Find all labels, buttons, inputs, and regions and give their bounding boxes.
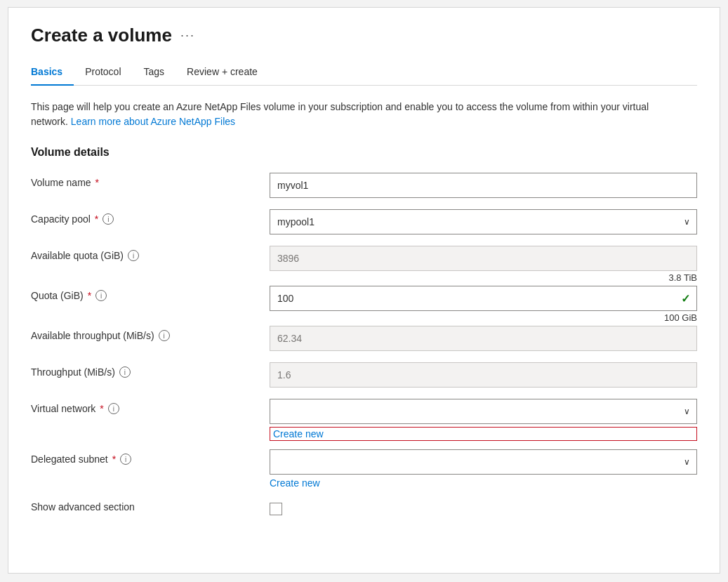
available-quota-input — [270, 246, 697, 271]
available-quota-label: Available quota (GiB) i — [31, 243, 270, 261]
delegated-subnet-select[interactable] — [270, 449, 697, 475]
throughput-input — [270, 362, 697, 388]
virtual-network-create-new-link[interactable]: Create new — [270, 427, 697, 441]
available-quota-row: Available quota (GiB) i 3.8 TiB — [31, 243, 697, 283]
throughput-info-icon[interactable]: i — [119, 366, 131, 378]
virtual-network-control: ∨ Create new — [270, 396, 697, 441]
throughput-label: Throughput (MiB/s) i — [31, 359, 270, 378]
available-throughput-row: Available throughput (MiB/s) i — [31, 323, 697, 359]
virtual-network-row: Virtual network * i ∨ Create new — [31, 396, 697, 441]
quota-input[interactable] — [270, 286, 697, 311]
description-text: This page will help you create an Azure … — [31, 100, 663, 129]
quota-input-wrapper: ✓ — [270, 286, 697, 311]
capacity-pool-control: mypool1 ∨ — [270, 206, 697, 234]
capacity-pool-info-icon[interactable]: i — [102, 213, 114, 225]
volume-name-row: Volume name * — [31, 170, 697, 206]
virtual-network-select-wrapper: ∨ — [270, 399, 697, 424]
section-title: Volume details — [31, 146, 697, 159]
show-advanced-checkbox[interactable] — [270, 503, 282, 515]
capacity-pool-select-wrapper: mypool1 ∨ — [270, 209, 697, 234]
available-quota-hint: 3.8 TiB — [270, 272, 697, 283]
tab-tags[interactable]: Tags — [133, 60, 176, 86]
show-advanced-label: Show advanced section — [31, 494, 270, 512]
capacity-pool-required: * — [95, 213, 98, 225]
tab-review-create[interactable]: Review + create — [176, 60, 269, 86]
available-quota-info-icon[interactable]: i — [128, 250, 139, 261]
virtual-network-select[interactable] — [270, 399, 697, 424]
quota-control: ✓ 100 GiB — [270, 283, 697, 323]
tabs-container: Basics Protocol Tags Review + create — [31, 60, 697, 86]
available-quota-control: 3.8 TiB — [270, 243, 697, 283]
available-throughput-control — [270, 323, 697, 351]
delegated-subnet-info-icon[interactable]: i — [120, 454, 131, 465]
capacity-pool-select[interactable]: mypool1 — [270, 209, 697, 234]
available-throughput-info-icon[interactable]: i — [159, 330, 170, 341]
show-advanced-row: Show advanced section — [31, 494, 697, 531]
quota-check-icon: ✓ — [681, 292, 690, 305]
quota-label: Quota (GiB) * i — [31, 283, 270, 301]
virtual-network-label: Virtual network * i — [31, 396, 270, 414]
delegated-subnet-create-new-link[interactable]: Create new — [270, 477, 697, 489]
form-section: Volume name * Capacity pool * i mypool1 … — [31, 170, 697, 531]
available-throughput-input — [270, 326, 697, 351]
capacity-pool-row: Capacity pool * i mypool1 ∨ — [31, 206, 697, 243]
page-header: Create a volume ··· — [31, 25, 697, 46]
quota-info-icon[interactable]: i — [95, 290, 107, 301]
quota-row: Quota (GiB) * i ✓ 100 GiB — [31, 283, 697, 323]
quota-required: * — [88, 290, 91, 301]
available-throughput-label: Available throughput (MiB/s) i — [31, 323, 270, 341]
show-advanced-control — [270, 494, 697, 515]
volume-name-label: Volume name * — [31, 170, 270, 188]
quota-hint: 100 GiB — [270, 312, 697, 323]
volume-name-input[interactable] — [270, 173, 697, 198]
tab-basics[interactable]: Basics — [31, 60, 74, 86]
delegated-subnet-control: ∨ Create new — [270, 447, 697, 489]
page-container: Create a volume ··· Basics Protocol Tags… — [8, 7, 720, 574]
delegated-subnet-label: Delegated subnet * i — [31, 447, 270, 465]
ellipsis-menu[interactable]: ··· — [180, 28, 195, 43]
delegated-subnet-row: Delegated subnet * i ∨ Create new — [31, 447, 697, 489]
throughput-row: Throughput (MiB/s) i — [31, 359, 697, 396]
throughput-control — [270, 359, 697, 388]
virtual-network-info-icon[interactable]: i — [108, 403, 119, 414]
delegated-subnet-required: * — [112, 454, 116, 465]
delegated-subnet-select-wrapper: ∨ — [270, 449, 697, 475]
volume-name-control — [270, 170, 697, 198]
learn-more-link[interactable]: Learn more about Azure NetApp Files — [71, 116, 235, 127]
volume-name-required: * — [95, 177, 99, 188]
tab-protocol[interactable]: Protocol — [74, 60, 132, 86]
virtual-network-required: * — [100, 403, 103, 414]
page-title: Create a volume — [31, 25, 172, 46]
capacity-pool-label: Capacity pool * i — [31, 206, 270, 225]
